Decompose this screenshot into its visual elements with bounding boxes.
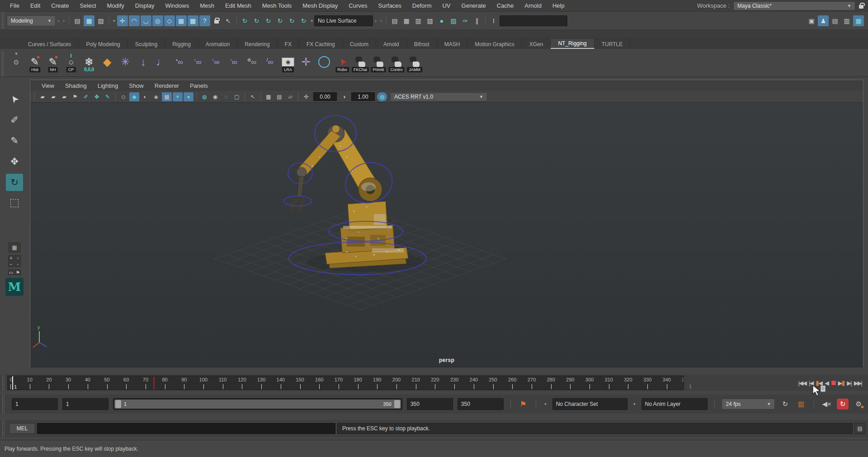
gamma-icon[interactable]: ◑: [339, 92, 349, 101]
select-component-icon[interactable]: ▨: [95, 15, 106, 26]
shelf-tab-sculpting[interactable]: Sculpting: [128, 40, 165, 49]
ambient-occlusion-icon[interactable]: ◍: [199, 92, 209, 101]
render-view-icon[interactable]: ▤: [389, 15, 400, 26]
range-slider[interactable]: 1 350: [113, 398, 402, 410]
menu-mesh-display[interactable]: Mesh Display: [297, 2, 343, 9]
pause-icon[interactable]: ∥: [472, 15, 482, 26]
menu-mesh[interactable]: Mesh: [194, 2, 220, 9]
make-live-icon[interactable]: ▦: [176, 15, 187, 26]
camera-lock-icon[interactable]: ▰: [48, 92, 58, 101]
fps-dropdown[interactable]: 24 fps▼: [722, 399, 775, 409]
shelf-tab-xgen[interactable]: XGen: [522, 40, 551, 49]
delete-history-button[interactable]: ✎Hist: [26, 51, 44, 73]
shelf-menu-icon[interactable]: ▾: [15, 51, 18, 57]
shelf-tab-nt-rigging[interactable]: NT_Rigging: [551, 39, 594, 49]
copy-view-icon[interactable]: ▩: [264, 92, 274, 101]
range-grip[interactable]: [1, 395, 5, 414]
menu-arnold[interactable]: Arnold: [519, 2, 547, 9]
exposure-icon[interactable]: ✣: [301, 92, 311, 101]
render-settings-icon[interactable]: ▨: [448, 15, 459, 26]
color-management-icon[interactable]: ◍: [377, 92, 387, 101]
jamm-script-button[interactable]: JAMM: [406, 51, 424, 73]
lock-icon[interactable]: [211, 15, 222, 26]
collapse-separator[interactable]: ›: [61, 18, 66, 24]
locator-button[interactable]: ◆: [98, 51, 116, 73]
select-tool[interactable]: ➤: [3, 87, 27, 111]
paint-effects-icon[interactable]: ✑: [460, 15, 471, 26]
menu-cache[interactable]: Cache: [491, 2, 519, 9]
viewport-menu-view[interactable]: View: [37, 82, 59, 89]
point-constraint-button[interactable]: ↑∞: [189, 51, 207, 73]
isolate-select-icon[interactable]: ↖: [248, 92, 258, 101]
time-slider-grip[interactable]: [1, 376, 5, 391]
remove-pane-button[interactable]: −: [8, 262, 14, 267]
wireframe-icon[interactable]: ◇: [118, 92, 128, 101]
image-plane-icon[interactable]: ✐: [81, 92, 91, 101]
menu-edit[interactable]: Edit: [25, 2, 46, 9]
modeling-toolkit-icon[interactable]: ▣: [806, 15, 817, 26]
output-connections-icon[interactable]: ↻: [251, 15, 262, 26]
pane-thumb2-icon[interactable]: ▫: [15, 262, 21, 267]
menu-deform[interactable]: Deform: [407, 2, 437, 9]
bookmark-icon[interactable]: ⚑: [70, 92, 80, 101]
menu-help[interactable]: Help: [547, 2, 570, 9]
menu-select[interactable]: Select: [74, 2, 101, 9]
four-view-layout-icon[interactable]: ▦: [9, 243, 20, 252]
shelf-tab-motion-graphics[interactable]: Motion Graphics: [467, 40, 522, 49]
step-forward-frame-button[interactable]: ▶|: [847, 380, 851, 386]
snap-center-icon[interactable]: ↻: [275, 15, 286, 26]
camera-attributes-icon[interactable]: ▰: [59, 92, 69, 101]
tool-settings-icon[interactable]: ▦: [853, 15, 864, 26]
shelf-tab-fx-caching[interactable]: FX Caching: [299, 40, 343, 49]
humanik-icon[interactable]: ♟: [818, 15, 829, 26]
symmetry-icon[interactable]: ✛: [117, 15, 128, 26]
view-transform-dropdown[interactable]: ACES RRT v1.0▼: [390, 92, 487, 101]
go-to-end-button[interactable]: ▶▶|: [854, 380, 862, 386]
go-to-start-button[interactable]: |◀◀: [798, 380, 806, 386]
primitive-script-button[interactable]: Primiti: [369, 51, 387, 73]
pole-vector-constraint-button[interactable]: /∞: [261, 51, 279, 73]
shelf-tab-fx[interactable]: FX: [278, 40, 299, 49]
move-tool[interactable]: ✥: [6, 153, 23, 170]
character-set-field[interactable]: No Character Set: [552, 398, 627, 410]
lra-toggle-button[interactable]: ◉LRA: [279, 51, 297, 73]
menu-modify[interactable]: Modify: [102, 2, 130, 9]
mute-audio-icon[interactable]: ◀×: [821, 399, 832, 409]
fog-icon[interactable]: ▢: [232, 92, 242, 101]
menu-file[interactable]: File: [5, 2, 25, 9]
viewport-menu-shading[interactable]: Shading: [60, 82, 92, 89]
render-current-frame-icon[interactable]: ▦: [401, 15, 412, 26]
menu-uv[interactable]: UV: [437, 2, 456, 9]
attribute-editor-icon[interactable]: ▥: [841, 15, 852, 26]
render-sequence-icon[interactable]: ▧: [425, 15, 435, 26]
anti-aliasing-icon[interactable]: ◌: [221, 92, 231, 101]
selection-mask-cursor-icon[interactable]: ↖: [223, 15, 234, 26]
lasso-select-tool[interactable]: ✐: [6, 111, 23, 129]
range-start-handle[interactable]: [115, 400, 121, 408]
menuset-dropdown[interactable]: Modeling▼: [7, 15, 56, 26]
cached-playback-icon[interactable]: ↻: [837, 399, 848, 409]
robo-script-button[interactable]: ➤Robo: [333, 51, 351, 73]
marquee-layout-icon[interactable]: ▭: [8, 270, 14, 275]
menu-generate[interactable]: Generate: [456, 2, 491, 9]
shelf-grip[interactable]: [1, 51, 4, 76]
playback-end-field[interactable]: 350: [407, 398, 453, 410]
orient-constraint-button[interactable]: ↑∞: [207, 51, 225, 73]
scale-tool[interactable]: [6, 195, 23, 212]
stop-playback-button[interactable]: ■: [831, 378, 835, 388]
shelf-tab-animation[interactable]: Animation: [198, 40, 237, 49]
freeze-transforms-button[interactable]: ❄0,0,0: [80, 51, 98, 73]
center-pivot-button[interactable]: ○CP: [62, 51, 80, 73]
shelf-tab-rendering[interactable]: Rendering: [237, 40, 277, 49]
live-surface-field[interactable]: No Live Surface: [314, 15, 373, 26]
joint-tool-button[interactable]: ♩: [152, 51, 170, 73]
parent-constraint-button[interactable]: ▪∞: [170, 51, 189, 73]
chevron-down-icon[interactable]: ▾: [112, 19, 117, 23]
aim-constraint-button[interactable]: ⊕∞: [243, 51, 261, 73]
menu-mesh-tools[interactable]: Mesh Tools: [257, 2, 297, 9]
range-end-handle[interactable]: [394, 400, 400, 408]
animation-start-field[interactable]: 1: [12, 398, 58, 410]
anim-layer-dropdown-icon[interactable]: ▾: [632, 402, 637, 406]
workspace-lock-icon[interactable]: [859, 5, 863, 9]
nurbs-circle-button[interactable]: [315, 51, 333, 73]
